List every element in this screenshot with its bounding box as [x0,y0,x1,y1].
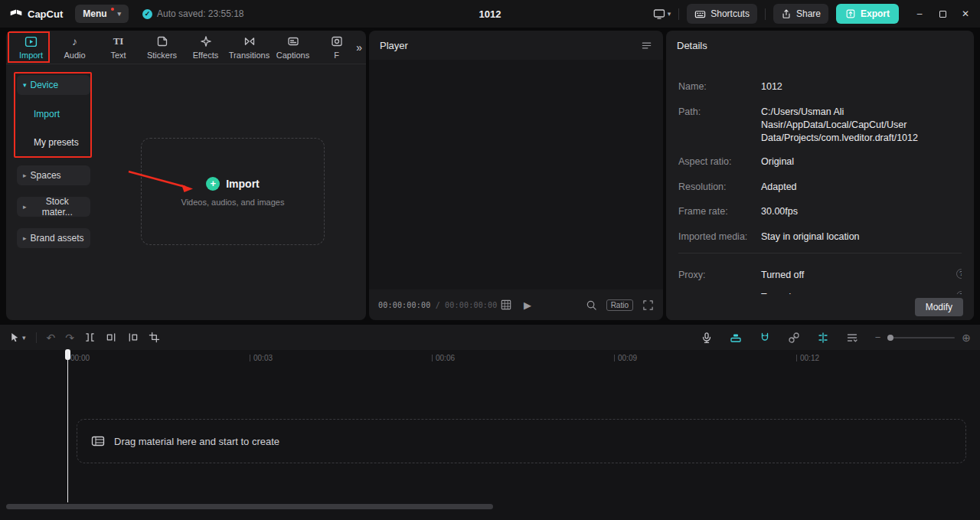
topbar-divider [765,8,766,20]
window-controls: – ✕ [908,0,977,28]
player-right-controls: Ratio [586,299,654,311]
zoom-slider-thumb[interactable] [887,335,893,341]
capcut-logo: CapCut [9,7,63,21]
zoom-fit-button[interactable] [586,299,597,311]
autosave-check-icon: ✓ [142,9,152,19]
linking-toggle[interactable] [788,332,800,344]
ruler-label: 00:03 [253,354,273,362]
link-icon [788,332,800,344]
export-button[interactable]: Export [836,4,899,24]
autosave-status: ✓ Auto saved: 23:55:18 [142,8,243,19]
ratio-button[interactable]: Ratio [606,299,633,311]
window-minimize-button[interactable]: – [908,0,931,28]
player-panel: Player 00:00:00:00 / 00:00:00:00 ▶ Ratio [369,31,663,320]
microphone-icon [701,332,713,344]
maximize-icon [939,11,946,18]
display-mode-button[interactable]: ▾ [653,8,671,20]
import-dropzone[interactable]: + Import Videos, audios, and images [141,138,325,245]
details-footer: Modify [666,294,974,320]
play-button[interactable]: ▶ [524,299,531,311]
tab-text[interactable]: TI Text [96,35,140,60]
menu-button[interactable]: Menu ▾ [75,5,129,23]
stickers-tab-icon [156,35,168,48]
detail-row-proxy: Proxy: Turned off ? [678,269,962,282]
media-clip-icon [91,434,105,448]
details-body: Name: 1012 Path: C:/Users/Usman Ali Nasi… [678,60,962,294]
media-nav: ▾ Device Import My presets ▸ Spaces ▸ [6,64,103,319]
monitor-icon [653,8,665,20]
tab-filters[interactable]: F [315,35,358,60]
fold-tracks-icon [846,332,858,344]
tab-stickers[interactable]: Stickers [140,35,184,60]
fold-tracks-toggle[interactable] [846,332,858,344]
tab-import[interactable]: Import [9,35,53,60]
topbar: CapCut Menu ▾ ✓ Auto saved: 23:55:18 101… [0,0,980,28]
timeline-zoom-slider[interactable] [887,337,955,338]
delete-left-button[interactable] [106,332,117,343]
tabbar-expand-chevron-icon[interactable]: » [353,41,362,54]
text-tab-icon: TI [113,35,124,48]
zoom-in-button[interactable]: ⊕ [962,332,971,344]
import-dropzone-title: Import [226,178,260,190]
fullscreen-button[interactable] [642,299,654,311]
export-icon [845,8,856,19]
timeline-toolbar-right: − ⊕ [701,332,971,344]
nav-item-device-import[interactable]: Import [17,100,90,128]
fullscreen-icon [642,299,654,311]
crop-button[interactable] [149,332,160,343]
detail-row-frame-rate: Frame rate: 30.00fps [678,205,962,218]
media-panel-body: ▾ Device Import My presets ▸ Spaces ▸ [6,64,366,319]
player-title: Player [380,40,408,51]
details-panel: Details Name: 1012 Path: C:/Users/Usman … [666,31,974,320]
import-dropzone-subtitle: Videos, audios, and images [181,198,285,207]
frame-grid-button[interactable] [501,299,511,310]
media-content: + Import Videos, audios, and images [103,64,366,319]
proxy-help-icon[interactable]: ? [956,269,962,279]
tab-effects[interactable]: Effects [184,35,227,60]
nav-item-spaces[interactable]: ▸ Spaces [17,165,90,185]
tab-captions[interactable]: Captions [271,35,315,60]
playhead-line [67,351,68,502]
timeline-tracks: Drag material here and start to create [0,368,980,504]
timeline-drop-target[interactable]: Drag material here and start to create [77,419,966,463]
cursor-icon [9,332,21,343]
tab-audio[interactable]: ♪ Audio [53,35,96,60]
modify-button[interactable]: Modify [915,298,963,316]
redo-button[interactable]: ↷ [65,332,74,344]
preview-axis-toggle[interactable] [817,332,829,344]
filters-tab-icon [331,35,343,48]
record-voiceover-button[interactable] [701,332,713,344]
keyboard-icon [694,8,706,20]
caret-down-icon: ▾ [22,334,26,342]
device-children: Import My presets [17,100,96,156]
select-tool-button[interactable]: ▾ [9,332,26,343]
detail-row-name: Name: 1012 [678,80,962,93]
zoom-out-button[interactable]: − [875,332,881,343]
preview-axis-icon [817,332,829,344]
delete-right-button[interactable] [127,332,139,343]
nav-item-my-presets[interactable]: My presets [17,128,90,156]
project-title: 1012 [479,8,501,20]
main-track-magnet-toggle[interactable] [730,332,742,344]
share-button[interactable]: Share [773,4,828,24]
split-button[interactable] [84,332,96,343]
timeline-playhead[interactable] [65,349,70,502]
shortcuts-button[interactable]: Shortcuts [687,4,757,24]
timeline-horizontal-scrollbar[interactable] [6,504,493,509]
undo-button[interactable]: ↶ [47,332,56,344]
player-options-button[interactable] [641,40,652,51]
caret-right-icon: ▸ [23,172,27,179]
timeline-drop-hint: Drag material here and start to create [114,436,279,447]
timeline-ruler[interactable]: 00:00 00:03 00:06 00:09 00:12 [0,350,980,368]
nav-item-brand-assets[interactable]: ▸ Brand assets [17,228,90,248]
import-dropzone-title-row: + Import [206,177,260,191]
auto-snapping-toggle[interactable] [759,332,771,344]
window-maximize-button[interactable] [931,0,954,28]
nav-item-stock-materials[interactable]: ▸ Stock mater... [17,197,90,217]
capcut-app: CapCut Menu ▾ ✓ Auto saved: 23:55:18 101… [0,0,980,520]
nav-item-device[interactable]: ▾ Device [17,75,90,95]
caret-right-icon: ▸ [23,234,27,242]
tab-transitions[interactable]: Transitions [227,35,271,60]
menu-notification-dot [111,8,114,11]
window-close-button[interactable]: ✕ [954,0,977,28]
